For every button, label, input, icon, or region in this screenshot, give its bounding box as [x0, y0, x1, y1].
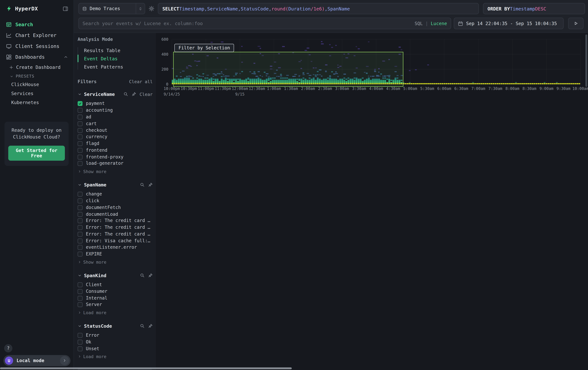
- search-icon[interactable]: [140, 323, 145, 328]
- vertical-scrollbar-thumb[interactable]: [585, 34, 587, 87]
- filter-option-frontend[interactable]: frontend: [78, 147, 153, 154]
- preset-kubernetes[interactable]: Kubernetes: [0, 98, 74, 107]
- order-by-expression[interactable]: ORDER BY Timestamp DESC: [483, 3, 585, 14]
- checkbox[interactable]: [78, 340, 83, 344]
- preset-services[interactable]: Services: [0, 89, 74, 98]
- filter-option-expire[interactable]: EXPIRE: [78, 251, 153, 257]
- sidebar-item-client-sessions[interactable]: Client Sessions: [0, 41, 74, 52]
- filter-option-load-generator[interactable]: load-generator: [78, 160, 153, 167]
- checkbox[interactable]: [78, 205, 83, 210]
- pin-icon[interactable]: [148, 182, 153, 187]
- filter-option-ad[interactable]: ad: [78, 114, 153, 120]
- filter-option-error-the-credit-card[interactable]: Error: The credit card (…: [78, 218, 153, 224]
- search-input[interactable]: [83, 20, 411, 26]
- filter-by-selection-button[interactable]: Filter by Selection: [174, 44, 234, 52]
- filter-group-clear[interactable]: Clear: [140, 91, 153, 97]
- checkbox-checked[interactable]: [78, 101, 83, 106]
- filter-option-documentload[interactable]: documentLoad: [78, 211, 153, 218]
- filter-option-payment[interactable]: payment: [78, 100, 153, 107]
- checkbox[interactable]: [78, 115, 83, 119]
- checkbox[interactable]: [78, 108, 83, 113]
- filter-option-eventlistener-error[interactable]: eventListener.error: [78, 244, 153, 251]
- filter-option-cart[interactable]: cart: [78, 120, 153, 127]
- checkbox[interactable]: [78, 245, 83, 250]
- filter-option-server[interactable]: Server: [78, 301, 153, 308]
- filter-option-documentfetch[interactable]: documentFetch: [78, 204, 153, 211]
- date-range-picker[interactable]: Sep 14 22:04:35 - Sep 15 10:04:35: [454, 18, 564, 29]
- filter-option-flagd[interactable]: flagd: [78, 140, 153, 147]
- filter-group-header[interactable]: SpanKind: [78, 272, 153, 278]
- analysis-mode-results-table[interactable]: Results Table: [78, 46, 153, 54]
- checkbox[interactable]: [78, 252, 83, 257]
- sidebar-item-search[interactable]: Search: [0, 19, 74, 30]
- filter-option-client[interactable]: Client: [78, 281, 153, 288]
- filter-group-header[interactable]: ServiceNameClear: [78, 91, 153, 97]
- filter-group-header[interactable]: StatusCode: [78, 323, 153, 329]
- filter-option-accounting[interactable]: accounting: [78, 107, 153, 114]
- gear-icon[interactable]: [148, 6, 154, 11]
- search-icon[interactable]: [140, 182, 145, 187]
- checkbox[interactable]: [78, 282, 83, 287]
- checkbox[interactable]: [78, 302, 83, 307]
- checkbox[interactable]: [78, 333, 83, 338]
- source-select[interactable]: Demo Traces: [78, 3, 145, 14]
- checkbox[interactable]: [78, 155, 83, 160]
- filter-group-header[interactable]: SpanName: [78, 182, 153, 188]
- show-more-button[interactable]: Show more: [78, 259, 153, 265]
- sql-select-expression[interactable]: SELECT Timestamp, ServiceName, StatusCod…: [158, 3, 479, 14]
- filter-option-click[interactable]: click: [78, 198, 153, 204]
- clear-all-button[interactable]: Clear all: [129, 79, 153, 84]
- search-icon[interactable]: [140, 273, 145, 278]
- checkbox[interactable]: [78, 121, 83, 126]
- run-query-button[interactable]: [568, 18, 584, 29]
- preset-clickhouse[interactable]: ClickHouse: [0, 80, 74, 89]
- search-icon[interactable]: [123, 92, 128, 97]
- checkbox[interactable]: [78, 141, 83, 146]
- checkbox[interactable]: [78, 134, 83, 139]
- checkbox[interactable]: [78, 128, 83, 133]
- load-more-button[interactable]: Load more: [78, 309, 153, 316]
- get-started-button[interactable]: Get Started for Free: [8, 146, 65, 160]
- help-button[interactable]: ?: [4, 344, 12, 352]
- checkbox[interactable]: [78, 199, 83, 203]
- sql-mode-toggle[interactable]: SQL: [415, 21, 423, 26]
- presets-section[interactable]: PRESETS: [0, 72, 74, 80]
- filter-option-change[interactable]: change: [78, 191, 153, 198]
- checkbox[interactable]: [78, 346, 83, 351]
- show-more-button[interactable]: Show more: [78, 168, 153, 175]
- analysis-mode-event-deltas[interactable]: Event Deltas: [78, 54, 153, 63]
- lucene-mode-toggle[interactable]: Lucene: [431, 21, 447, 26]
- filter-option-error-the-credit-card[interactable]: Error: The credit card (…: [78, 231, 153, 238]
- pin-icon[interactable]: [132, 92, 136, 97]
- checkbox[interactable]: [78, 212, 83, 217]
- filter-option-internal[interactable]: Internal: [78, 295, 153, 301]
- load-more-button[interactable]: Load more: [78, 353, 153, 360]
- horizontal-scrollbar-thumb[interactable]: [0, 367, 292, 369]
- collapse-sidebar-button[interactable]: [63, 6, 68, 11]
- checkbox[interactable]: [78, 232, 83, 237]
- sidebar-item-chart-explorer[interactable]: Chart Explorer: [0, 30, 74, 41]
- pin-icon[interactable]: [148, 273, 153, 278]
- filter-option-checkout[interactable]: checkout: [78, 127, 153, 133]
- filter-option-unset[interactable]: Unset: [78, 345, 153, 352]
- filter-option-error-the-credit-card[interactable]: Error: The credit card (…: [78, 224, 153, 231]
- filter-option-error[interactable]: Error: [78, 332, 153, 339]
- sidebar-item-dashboards[interactable]: Dashboards: [0, 52, 74, 63]
- analysis-mode-event-patterns[interactable]: Event Patterns: [78, 63, 153, 71]
- create-dashboard-button[interactable]: Create Dashboard: [0, 63, 74, 72]
- checkbox[interactable]: [78, 219, 83, 223]
- checkbox[interactable]: [78, 289, 83, 294]
- checkbox[interactable]: [78, 225, 83, 230]
- filter-option-ok[interactable]: Ok: [78, 339, 153, 345]
- checkbox[interactable]: [78, 296, 83, 300]
- filter-option-error-visa-cache-full[interactable]: Error: Visa cache full: …: [78, 238, 153, 244]
- filter-option-currency[interactable]: currency: [78, 134, 153, 140]
- pin-icon[interactable]: [148, 323, 153, 328]
- filter-option-frontend-proxy[interactable]: frontend-proxy: [78, 154, 153, 160]
- checkbox[interactable]: [78, 161, 83, 166]
- filter-option-consumer[interactable]: Consumer: [78, 288, 153, 295]
- user-menu[interactable]: U Local mode: [3, 355, 71, 366]
- checkbox[interactable]: [78, 192, 83, 197]
- checkbox[interactable]: [78, 148, 83, 153]
- checkbox[interactable]: [78, 238, 83, 243]
